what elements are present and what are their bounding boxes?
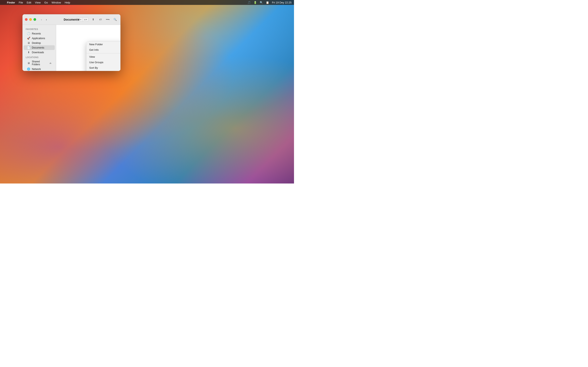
forward-button[interactable]: ›	[44, 17, 48, 22]
chevron-down-icon2: ▾	[86, 18, 87, 21]
context-menu: New Folder Get Info View › Use Groups So…	[86, 42, 121, 71]
eject-icon[interactable]: ⏏	[49, 62, 52, 64]
maximize-button[interactable]	[34, 18, 36, 21]
control-center-icon[interactable]: 📋	[266, 1, 269, 4]
main-content-area[interactable]: New Folder Get Info View › Use Groups So…	[56, 25, 121, 71]
get-info-label: Get Info	[89, 48, 99, 51]
documents-icon: 📄	[27, 46, 30, 49]
search-button[interactable]: 🔍	[112, 17, 118, 22]
shared-folders-label: Shared Folders	[32, 60, 48, 66]
finder-content: Favorites 🕐 Recents 🚀 Applications 🖥 Des…	[22, 25, 121, 71]
menu-file[interactable]: File	[19, 1, 23, 4]
app-name[interactable]: Finder	[7, 1, 15, 4]
traffic-lights	[25, 18, 36, 21]
downloads-label: Downloads	[32, 51, 44, 54]
downloads-icon: ⬇	[27, 51, 30, 54]
network-label: Network	[32, 68, 41, 71]
applications-icon: 🚀	[27, 37, 30, 40]
sort-by-label: Sort By	[89, 66, 98, 69]
list-view-button[interactable]: ≡ ▾	[83, 18, 88, 21]
sidebar-item-desktop[interactable]: 🖥 Desktop	[24, 41, 55, 45]
back-button[interactable]: ‹	[39, 17, 43, 22]
new-folder-label: New Folder	[89, 43, 103, 46]
context-menu-get-info[interactable]: Get Info	[86, 47, 121, 53]
window-title: Documents	[64, 18, 79, 21]
sidebar: Favorites 🕐 Recents 🚀 Applications 🖥 Des…	[22, 25, 56, 71]
menu-edit[interactable]: Edit	[27, 1, 31, 4]
share-button[interactable]: ⬆	[90, 17, 96, 22]
recents-icon: 🕐	[27, 32, 30, 35]
chevron-down-icon: ▾	[80, 18, 81, 21]
desktop-icon: 🖥	[27, 42, 30, 44]
favorites-header: Favorites	[22, 26, 56, 31]
menu-help[interactable]: Help	[65, 1, 70, 4]
menu-window[interactable]: Window	[52, 1, 61, 4]
sidebar-item-network[interactable]: 🌐 Network	[24, 67, 55, 71]
sidebar-item-applications[interactable]: 🚀 Applications	[24, 36, 55, 41]
menu-view[interactable]: View	[35, 1, 41, 4]
finder-window: ‹ › Documents ⊞ ▾ ≡ ▾ ⬆ 🏷 ••• ▾ 🔍	[22, 14, 121, 71]
minimize-button[interactable]	[29, 18, 32, 21]
audio-icon[interactable]: 🎵	[247, 1, 251, 4]
shared-folders-icon: 🖥	[27, 62, 30, 65]
search-menubar-icon[interactable]: 🔍	[260, 1, 263, 4]
sidebar-item-recents[interactable]: 🕐 Recents	[24, 31, 55, 36]
locations-header: Locations	[22, 55, 56, 59]
use-groups-label: Use Groups	[89, 61, 103, 64]
sidebar-item-downloads[interactable]: ⬇ Downloads	[24, 50, 55, 55]
context-menu-view[interactable]: View ›	[86, 54, 121, 59]
sidebar-item-documents[interactable]: 📄 Documents	[24, 45, 55, 50]
menu-bar: Finder File Edit View Go Window Help 🎵 🔋…	[0, 0, 294, 5]
more-button[interactable]: ••• ▾	[105, 17, 111, 22]
context-menu-new-folder[interactable]: New Folder	[86, 42, 121, 47]
battery-icon[interactable]: 🔋	[254, 1, 257, 4]
view-label: View	[89, 55, 95, 58]
menu-go[interactable]: Go	[44, 1, 48, 4]
applications-label: Applications	[32, 37, 45, 40]
network-icon: 🌐	[27, 67, 30, 71]
list-icon: ≡	[84, 18, 86, 21]
title-bar: ‹ › Documents ⊞ ▾ ≡ ▾ ⬆ 🏷 ••• ▾ 🔍	[22, 14, 121, 25]
documents-label: Documents	[32, 46, 44, 49]
context-menu-sort-by[interactable]: Sort By ›	[86, 65, 121, 71]
close-button[interactable]	[25, 18, 27, 21]
recents-label: Recents	[32, 32, 41, 35]
sidebar-item-shared-folders[interactable]: 🖥 Shared Folders ⏏	[24, 59, 55, 67]
datetime-display: Fri 19 Dey 22:25	[272, 1, 292, 4]
context-menu-use-groups[interactable]: Use Groups	[86, 59, 121, 65]
tag-button[interactable]: 🏷	[98, 17, 103, 22]
context-menu-show-view-options[interactable]: Show View Options	[86, 71, 121, 71]
context-menu-sep1	[86, 53, 121, 53]
desktop-label: Desktop	[32, 42, 41, 44]
